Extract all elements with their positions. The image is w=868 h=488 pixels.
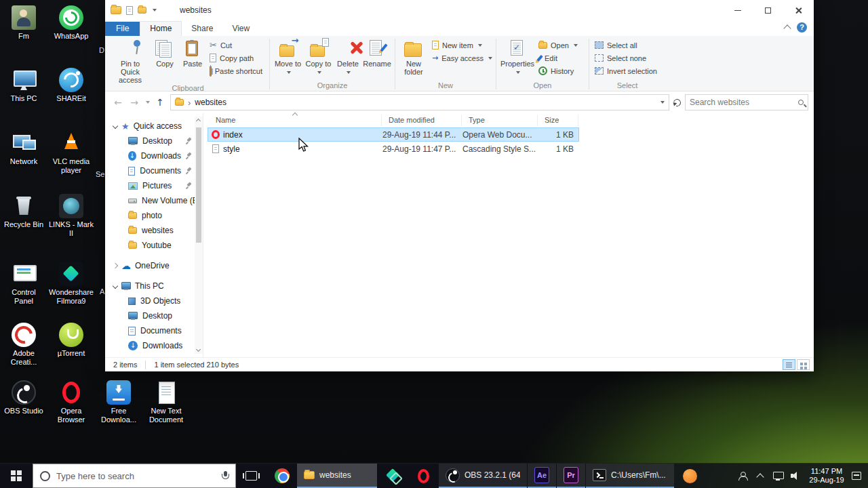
move-to-button[interactable]: → Move to	[273, 37, 303, 76]
history-button[interactable]: History	[536, 64, 580, 77]
qat-customize-icon[interactable]	[153, 9, 157, 12]
desktop-icon-free-download[interactable]: Free Downloa...	[96, 380, 141, 424]
desktop-icon-opera[interactable]: Opera Browser	[49, 380, 94, 424]
taskbar-opera-button[interactable]	[408, 464, 439, 488]
column-header-size[interactable]: Size	[538, 115, 578, 126]
help-icon[interactable]: ?	[797, 22, 807, 33]
desktop-icon-utorrent[interactable]: µTorrent	[49, 323, 94, 358]
sidebar-item-websites[interactable]: websites	[105, 223, 203, 238]
tab-share[interactable]: Share	[182, 22, 222, 36]
taskbar-clock[interactable]: 11:47 PM 29-Aug-19	[804, 467, 849, 485]
sidebar-item-pictures[interactable]: Pictures	[105, 178, 203, 193]
desktop-icon-vlc[interactable]: VLC media player	[49, 131, 94, 175]
paste-button[interactable]: Paste	[178, 37, 207, 68]
properties-button[interactable]: ✓ Properties	[499, 37, 536, 76]
navigation-scrollbar[interactable]	[195, 117, 203, 354]
invert-selection-button[interactable]: Invert selection	[592, 64, 660, 77]
close-button[interactable]	[783, 0, 814, 20]
search-input[interactable]	[690, 98, 798, 107]
pin-to-quick-access-button[interactable]: Pin to Quick access	[109, 37, 151, 84]
copy-to-button[interactable]: Copy to	[303, 37, 334, 76]
file-row-index[interactable]: index 29-Aug-19 11:44 P... Opera Web Doc…	[208, 127, 579, 142]
tab-home[interactable]: Home	[140, 21, 182, 36]
desktop-icon-links[interactable]: LINKS - Mark II	[49, 194, 94, 238]
action-center-icon[interactable]	[852, 472, 861, 480]
column-header-name[interactable]: Name	[209, 115, 382, 126]
edit-button[interactable]: Edit	[536, 52, 580, 64]
qat-properties-icon[interactable]	[126, 6, 133, 15]
maximize-button[interactable]	[753, 0, 783, 20]
start-button[interactable]	[0, 464, 33, 488]
taskbar-search-input[interactable]	[56, 471, 216, 481]
qat-new-folder-icon[interactable]	[138, 7, 146, 14]
chevron-down-icon[interactable]	[113, 123, 118, 129]
scrollbar-thumb[interactable]	[196, 127, 201, 243]
minimize-button[interactable]	[722, 0, 753, 20]
sidebar-item-quick-access[interactable]: ★ Quick access	[105, 119, 203, 134]
open-button[interactable]: Open	[536, 39, 580, 52]
microphone-icon[interactable]	[222, 471, 229, 481]
sidebar-item-onedrive[interactable]: ☁ OneDrive	[105, 258, 203, 273]
scroll-up-icon[interactable]	[196, 119, 201, 123]
hidden-icons-button[interactable]	[751, 472, 769, 480]
sidebar-item-pc-downloads[interactable]: ↓Downloads	[105, 338, 203, 353]
taskbar-cmd-button[interactable]: C:\Users\Fm\...	[586, 464, 674, 488]
taskbar-explorer-button[interactable]: websites	[297, 464, 377, 488]
column-header-type[interactable]: Type	[462, 115, 538, 126]
forward-button[interactable]: →	[128, 97, 140, 108]
taskbar-filmora-button[interactable]	[378, 464, 408, 488]
task-view-button[interactable]	[236, 464, 267, 488]
desktop-icon-new-text-document[interactable]: New Text Document	[144, 380, 189, 424]
sidebar-item-photo[interactable]: photo	[105, 208, 203, 223]
ribbon-collapse-icon[interactable]	[783, 24, 791, 32]
tab-view[interactable]: View	[222, 22, 259, 36]
desktop-icon-this-pc[interactable]: This PC	[1, 68, 46, 103]
desktop-icon-recycle-bin[interactable]: Recycle Bin	[1, 194, 46, 229]
sidebar-item-3d-objects[interactable]: 3D Objects	[105, 293, 203, 308]
address-dropdown-icon[interactable]	[660, 101, 665, 104]
rename-button[interactable]: Rename	[362, 37, 392, 68]
file-row-style[interactable]: style 29-Aug-19 11:47 P... Cascading Sty…	[208, 142, 579, 156]
sidebar-item-youtube[interactable]: Youtube	[105, 238, 203, 253]
copy-path-button[interactable]: Copy path	[207, 52, 265, 64]
new-item-button[interactable]: New item	[429, 39, 490, 52]
chevron-down-icon[interactable]	[113, 283, 118, 289]
select-none-button[interactable]: Select none	[592, 52, 660, 64]
search-box[interactable]	[685, 94, 808, 110]
cut-button[interactable]: ✂Cut	[207, 39, 265, 52]
details-view-button[interactable]	[783, 359, 795, 370]
desktop-icon-shareit[interactable]: SHAREit	[49, 68, 94, 103]
desktop-icon-network[interactable]: Network	[1, 131, 46, 166]
paste-shortcut-button[interactable]: Paste shortcut	[207, 64, 265, 77]
tab-file[interactable]: File	[105, 22, 140, 36]
select-all-button[interactable]: Select all	[592, 39, 660, 52]
desktop-icon-obs[interactable]: OBS Studio	[1, 380, 46, 415]
sidebar-item-pc-desktop[interactable]: Desktop	[105, 308, 203, 323]
taskbar-obs-button[interactable]: OBS 23.2.1 (64...	[439, 464, 527, 488]
sidebar-item-this-pc[interactable]: This PC	[105, 279, 203, 293]
scroll-down-icon[interactable]	[196, 347, 201, 352]
back-button[interactable]: ←	[112, 97, 124, 108]
desktop-icon-filmora[interactable]: Wondershare Filmora9	[49, 262, 94, 306]
desktop-icon-whatsapp[interactable]: WhatsApp	[49, 5, 94, 41]
taskbar-search[interactable]	[33, 464, 236, 488]
up-button[interactable]: ↑	[154, 97, 166, 108]
chevron-right-icon[interactable]	[113, 263, 118, 268]
taskbar-xampp-button[interactable]	[675, 464, 705, 488]
large-icons-view-button[interactable]	[797, 359, 810, 370]
sidebar-item-pc-documents[interactable]: Documents	[105, 323, 203, 338]
desktop-icon-fm[interactable]: Fm	[1, 5, 46, 41]
desktop-icon-adobe[interactable]: Adobe Creati...	[1, 323, 46, 367]
sidebar-item-desktop[interactable]: Desktop	[105, 134, 203, 148]
copy-button[interactable]: Copy	[151, 37, 178, 68]
taskbar-after-effects-button[interactable]: Ae	[528, 464, 556, 488]
volume-tray-button[interactable]	[787, 472, 804, 480]
refresh-icon[interactable]	[672, 97, 682, 107]
breadcrumb[interactable]: websites	[195, 98, 226, 107]
sidebar-item-new-volume[interactable]: New Volume (E:)	[105, 193, 203, 208]
new-folder-button[interactable]: New folder	[398, 37, 429, 76]
easy-access-button[interactable]: →Easy access	[429, 52, 490, 64]
network-tray-button[interactable]	[769, 472, 787, 480]
taskbar-premiere-button[interactable]: Pr	[557, 464, 585, 488]
taskbar-chrome-button[interactable]	[267, 464, 297, 488]
